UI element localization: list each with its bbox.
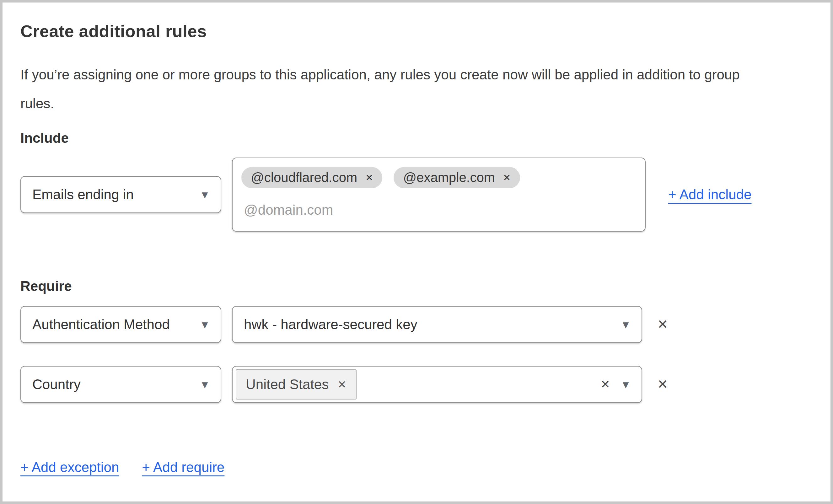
authentication-method-value: hwk - hardware-secured key (244, 317, 418, 332)
dropdown-caret-icon: ▼ (199, 379, 210, 390)
remove-rule-icon[interactable]: ✕ (657, 318, 668, 331)
include-rule-row: Emails ending in ▼ @cloudflared.com ✕ @e… (20, 158, 814, 232)
screenshot-frame: Create additional rules If you’re assign… (0, 0, 833, 504)
page-title: Create additional rules (20, 21, 814, 41)
country-tag-label: United States (246, 377, 329, 392)
email-tag: @cloudflared.com ✕ (241, 167, 382, 188)
include-rule-type-select[interactable]: Emails ending in ▼ (20, 176, 221, 213)
tag-remove-icon[interactable]: ✕ (503, 173, 511, 182)
dropdown-caret-icon: ▼ (620, 379, 631, 390)
add-require-link[interactable]: + Add require (142, 459, 224, 475)
tag-remove-icon[interactable]: ✕ (365, 173, 373, 182)
page-description-line1: If you’re assigning one or more groups t… (20, 60, 814, 89)
include-emails-tag-input[interactable]: @cloudflared.com ✕ @example.com ✕ (232, 158, 646, 232)
page-description-line2: rules. (20, 89, 814, 118)
country-multiselect[interactable]: United States ✕ ✕ ▼ (232, 366, 642, 403)
include-rule-type-value: Emails ending in (32, 187, 134, 202)
require-rule-type-value: Country (32, 377, 81, 392)
authentication-method-select[interactable]: hwk - hardware-secured key ▼ (232, 306, 642, 343)
page-description: If you’re assigning one or more groups t… (20, 60, 814, 118)
country-tag: United States ✕ (236, 369, 357, 400)
remove-rule-icon[interactable]: ✕ (657, 378, 668, 391)
require-section-label: Require (20, 278, 814, 294)
email-domain-input[interactable] (244, 202, 526, 218)
create-rules-panel: Create additional rules If you’re assign… (2, 2, 831, 475)
require-rule-type-value: Authentication Method (32, 317, 170, 332)
dropdown-caret-icon: ▼ (620, 319, 631, 330)
tag-remove-icon[interactable]: ✕ (337, 379, 347, 390)
include-section-label: Include (20, 130, 814, 146)
add-include-link[interactable]: + Add include (668, 187, 752, 202)
include-tag-list: @cloudflared.com ✕ @example.com ✕ (241, 167, 636, 188)
email-tag-label: @example.com (403, 170, 495, 185)
require-rule-type-select[interactable]: Country ▼ (20, 366, 221, 403)
dropdown-caret-icon: ▼ (199, 319, 210, 330)
email-tag-label: @cloudflared.com (251, 170, 357, 185)
clear-selection-icon[interactable]: ✕ (600, 379, 610, 390)
require-rule-row-country: Country ▼ United States ✕ ✕ ▼ ✕ (20, 366, 814, 403)
require-rule-type-select[interactable]: Authentication Method ▼ (20, 306, 221, 343)
footer-links: + Add exception + Add require (20, 459, 814, 475)
email-tag: @example.com ✕ (394, 167, 520, 188)
require-rule-row-authentication: Authentication Method ▼ hwk - hardware-s… (20, 306, 814, 343)
dropdown-caret-icon: ▼ (199, 190, 210, 200)
add-exception-link[interactable]: + Add exception (20, 459, 119, 475)
